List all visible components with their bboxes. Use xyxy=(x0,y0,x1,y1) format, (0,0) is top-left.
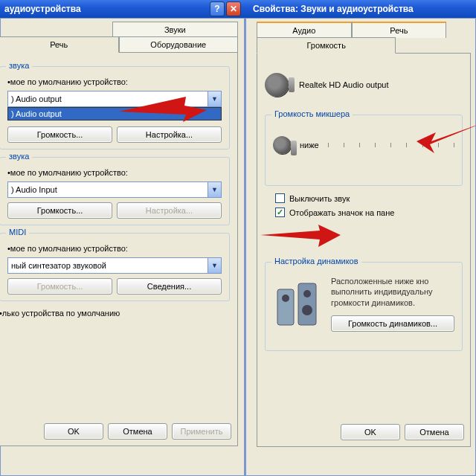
combo-playback-dropdown[interactable]: ) Audio output xyxy=(7,107,222,120)
label-playback-default: •мое по умолчанию устройство: xyxy=(7,77,222,86)
cancel-button-left[interactable]: Отмена xyxy=(108,423,167,440)
tab-hardware[interactable]: Оборудование xyxy=(119,36,239,53)
record-config-button[interactable]: Настройка... xyxy=(117,202,222,219)
tray-checkbox[interactable] xyxy=(275,208,285,217)
speakers-desc: Расположенные ниже кно выполнить индивид… xyxy=(331,276,454,308)
combo-playback-option[interactable]: ) Audio output xyxy=(8,108,221,120)
chevron-down-icon[interactable]: ▼ xyxy=(208,182,221,197)
record-volume-button[interactable]: Громкость... xyxy=(7,202,112,219)
chevron-down-icon[interactable]: ▼ xyxy=(208,258,221,273)
svg-point-4 xyxy=(302,305,312,315)
tab-sounds[interactable]: Звуки xyxy=(112,22,239,37)
tab-speech-right[interactable]: Речь xyxy=(352,22,447,38)
tray-label: Отображать значок на пане xyxy=(289,208,394,217)
midi-volume-button[interactable]: Громкость... xyxy=(7,278,112,295)
svg-point-3 xyxy=(303,290,311,298)
mixer-low-label: ниже xyxy=(300,141,319,149)
close-button[interactable]: ✕ xyxy=(226,1,241,16)
help-button[interactable]: ? xyxy=(210,1,225,16)
label-record-default: •мое по умолчанию устройство: xyxy=(7,168,222,177)
chevron-down-icon[interactable]: ▼ xyxy=(208,91,221,106)
panel-right: Аудио Речь Громкость Realtek HD Audio ou… xyxy=(245,18,476,476)
combo-midi[interactable]: ный синтезатор звуковой ▼ xyxy=(7,257,222,274)
only-default-row: •лько устройства по умолчанию xyxy=(0,309,230,318)
group-midi: MIDI •мое по умолчанию устройство: ный с… xyxy=(0,233,230,301)
speakers-icon xyxy=(273,276,322,329)
apply-button-left[interactable]: Применить xyxy=(172,423,231,440)
playback-config-button[interactable]: Настройка... xyxy=(117,126,222,143)
device-name: Realtek HD Audio output xyxy=(299,80,388,89)
tab-volume[interactable]: Громкость xyxy=(257,37,396,54)
mixer-speaker-icon xyxy=(273,136,291,154)
group-midi-title: MIDI xyxy=(6,228,29,237)
group-playback-title: звука xyxy=(6,61,32,70)
group-mixer: Громкость микшера ниже xyxy=(265,115,463,186)
tabcontent-left: звука •мое по умолчанию устройство: ) Au… xyxy=(0,52,238,446)
titlebar-left: аудиоустройства ? ✕ xyxy=(0,0,245,18)
midi-info-button[interactable]: Сведения... xyxy=(117,278,222,295)
titlebar-right: Свойства: Звуки и аудиоустройства xyxy=(245,0,476,18)
group-speakers-title: Настройка динамиков xyxy=(271,257,361,266)
combo-midi-value: ный синтезатор звуковой xyxy=(11,261,106,270)
combo-playback-value: ) Audio output xyxy=(11,94,62,103)
bottombar-left: OK Отмена Применить xyxy=(5,423,231,440)
ok-button-right[interactable]: OK xyxy=(341,424,400,440)
svg-point-2 xyxy=(282,295,289,302)
svg-rect-1 xyxy=(298,283,316,325)
speaker-device-icon xyxy=(265,73,289,97)
tab-audio[interactable]: Аудио xyxy=(257,22,352,38)
title-right: Свойства: Звуки и аудиоустройства xyxy=(253,4,414,14)
mute-label: Выключить звук xyxy=(289,194,350,203)
mute-checkbox[interactable] xyxy=(275,193,285,203)
combo-record[interactable]: ) Audio Input ▼ xyxy=(7,181,222,198)
only-default-label: •лько устройства по умолчанию xyxy=(0,309,120,318)
group-playback: звука •мое по умолчанию устройство: ) Au… xyxy=(0,66,230,149)
playback-volume-button[interactable]: Громкость... xyxy=(7,126,112,143)
combo-record-value: ) Audio Input xyxy=(11,185,57,194)
volume-slider[interactable] xyxy=(328,143,454,147)
group-speakers: Настройка динамиков Расположенные ниже к… xyxy=(265,262,463,351)
group-record-title: звука xyxy=(6,152,32,161)
combo-playback[interactable]: ) Audio output ▼ ) Audio output xyxy=(7,91,222,107)
tabcontent-right: Realtek HD Audio output Громкость микшер… xyxy=(257,53,471,447)
cancel-button-right[interactable]: Отмена xyxy=(405,424,464,440)
tab-speech[interactable]: Речь xyxy=(0,36,119,53)
speaker-volume-button[interactable]: Громкость динамиков... xyxy=(331,315,454,332)
panel-left: Звуки Речь Оборудование звука •мое по ум… xyxy=(0,18,245,476)
bottombar-right: OK Отмена xyxy=(263,424,464,440)
group-mixer-title: Громкость микшера xyxy=(271,109,353,118)
title-left: аудиоустройства xyxy=(4,4,81,14)
ok-button-left[interactable]: OK xyxy=(44,423,103,440)
group-record: звука •мое по умолчанию устройство: ) Au… xyxy=(0,157,230,225)
label-midi-default: •мое по умолчанию устройство: xyxy=(7,244,222,253)
